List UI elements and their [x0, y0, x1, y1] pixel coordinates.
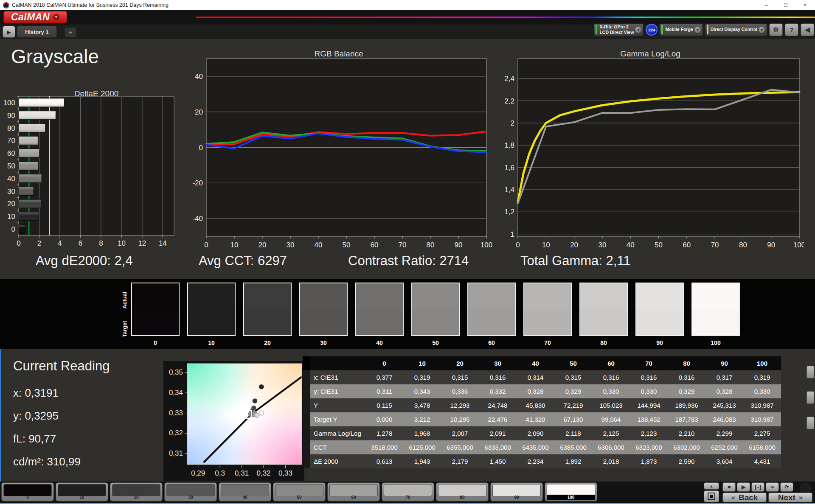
- swatch-0: [131, 283, 180, 336]
- table-cell: 189,936: [668, 398, 705, 412]
- table-cell: 310,987: [743, 398, 781, 412]
- column-header-0: 0: [365, 356, 403, 370]
- patch-button-0[interactable]: 0: [1, 482, 54, 501]
- measurement-table: 0102030405060708090100x: CIE310,3770,319…: [303, 356, 781, 468]
- table-cell: 2,123: [630, 426, 668, 440]
- patch-label: 80: [438, 495, 486, 500]
- table-corner: [310, 356, 365, 370]
- close-button[interactable]: ×: [795, 0, 815, 10]
- swatch-actual: [468, 283, 515, 309]
- svg-text:70: 70: [7, 137, 15, 145]
- svg-text:10: 10: [7, 213, 15, 221]
- swatch-60: [467, 283, 516, 336]
- table-cell: 6158,000: [743, 440, 781, 454]
- pattern-source-dropdown[interactable]: Mobile Forge ▼: [660, 23, 703, 36]
- patch-button-50[interactable]: 50: [273, 482, 326, 501]
- table-cell: 3518,000: [365, 440, 403, 454]
- patch-button-40[interactable]: 40: [219, 482, 271, 501]
- step-button[interactable]: [–]: [751, 482, 764, 492]
- column-header-100: 100: [743, 356, 781, 370]
- collapse-panel-button[interactable]: ◀: [801, 23, 814, 36]
- svg-text:50: 50: [7, 162, 15, 170]
- svg-text:0,31: 0,31: [235, 469, 249, 477]
- next-button[interactable]: Next »: [768, 493, 812, 502]
- svg-text:0,35: 0,35: [169, 368, 183, 376]
- exposure-badge[interactable]: 224: [646, 24, 658, 36]
- patch-button-90[interactable]: 90: [490, 482, 543, 501]
- swatch-target: [580, 309, 627, 335]
- svg-text:0: 0: [199, 144, 203, 152]
- svg-text:0,29: 0,29: [191, 469, 205, 477]
- measurement-point: [259, 384, 264, 389]
- table-cell: 6355,000: [441, 440, 479, 454]
- table-cell: 0,316: [479, 370, 517, 384]
- svg-text:40: 40: [627, 241, 635, 249]
- measurement-point: [259, 411, 264, 415]
- patch-button-20[interactable]: 20: [110, 482, 163, 501]
- refresh-button[interactable]: ⟳: [780, 482, 793, 492]
- swatch-label: 30: [299, 339, 348, 346]
- swatch-actual: [300, 283, 347, 309]
- maximize-button[interactable]: □: [776, 0, 795, 10]
- loop-button[interactable]: ∞: [766, 482, 779, 492]
- table-gutter: [303, 426, 310, 440]
- play-icon: ▶: [742, 484, 745, 490]
- play-button[interactable]: ▶: [737, 482, 750, 492]
- svg-text:0,34: 0,34: [169, 389, 183, 397]
- settings-button[interactable]: ⚙: [769, 23, 783, 36]
- svg-text:30: 30: [7, 188, 15, 196]
- svg-text:1,4: 1,4: [504, 186, 514, 194]
- panel-edge-handle[interactable]: [807, 366, 814, 378]
- add-tab-button[interactable]: +: [65, 27, 76, 37]
- calman-menu-button[interactable]: CalMAN ▼: [3, 11, 67, 23]
- table-cell: 2,118: [554, 426, 592, 440]
- patch-button-30[interactable]: 30: [164, 482, 217, 501]
- minimize-button[interactable]: –: [756, 0, 776, 10]
- svg-text:40: 40: [315, 241, 323, 249]
- svg-text:80: 80: [7, 124, 15, 132]
- panel-edge-handle[interactable]: [807, 417, 814, 429]
- table-cell: 1,278: [365, 426, 403, 440]
- source-status-accent: [661, 25, 663, 34]
- panel-edge-handle[interactable]: [807, 391, 814, 404]
- svg-text:0,33: 0,33: [278, 469, 292, 477]
- swatch-target: [636, 309, 683, 335]
- patch-button-10[interactable]: 10: [56, 482, 108, 501]
- swatch-20: [243, 283, 292, 336]
- svg-text:80: 80: [739, 241, 747, 249]
- patch-button-60[interactable]: 60: [327, 482, 380, 501]
- svg-text:30: 30: [287, 241, 295, 249]
- app-icon: [3, 2, 9, 8]
- infinity-icon: ∞: [770, 484, 774, 490]
- svg-text:2,4: 2,4: [504, 75, 514, 83]
- swatch-target: [524, 309, 571, 335]
- column-header-80: 80: [668, 356, 705, 370]
- pattern-window-button[interactable]: [704, 490, 719, 502]
- table-cell: 1,968: [403, 426, 441, 440]
- patch-button-70[interactable]: 70: [382, 482, 434, 501]
- table-cell: 0,115: [365, 398, 403, 412]
- help-button[interactable]: ?: [785, 23, 798, 36]
- svg-text:8: 8: [99, 239, 103, 247]
- meter-toolbar: X-Rite i1Pro 2 LCD Direct View ▼ 224 Mob…: [594, 23, 814, 36]
- display-control-dropdown[interactable]: Direct Display Control ▼: [705, 23, 767, 36]
- pattern-bar: ▲ ■ ▶ [–] ∞ ⟳ « Back Next » 010203040506…: [0, 482, 815, 504]
- meter-device-dropdown[interactable]: X-Rite i1Pro 2 LCD Direct View ▼: [594, 23, 644, 36]
- patch-button-100[interactable]: 100: [545, 482, 597, 501]
- swatch-actual: [692, 283, 739, 309]
- patch-label: 60: [329, 495, 378, 500]
- pattern-up-button[interactable]: ▲: [704, 482, 719, 490]
- tab-history-1[interactable]: History 1: [17, 26, 57, 38]
- swatch-10: [187, 283, 236, 336]
- up-arrow-icon: ▲: [710, 484, 714, 488]
- reading-fl: fL: 90,77: [13, 432, 56, 445]
- table-cell: 6125,000: [403, 440, 441, 454]
- swatch-target: [300, 309, 347, 335]
- stop-button[interactable]: ■: [722, 482, 736, 492]
- tab-scroll-button[interactable]: ▶: [3, 26, 15, 38]
- cie-chart-frame: 0,290,30,310,320,330,350,340,330,320,31: [163, 360, 305, 482]
- patch-button-80[interactable]: 80: [436, 482, 489, 501]
- play-icon: ▶: [7, 29, 11, 35]
- back-button[interactable]: « Back: [722, 493, 767, 502]
- calman-window: CalMAN 2018 CalMAN Ultimate for Business…: [0, 0, 815, 504]
